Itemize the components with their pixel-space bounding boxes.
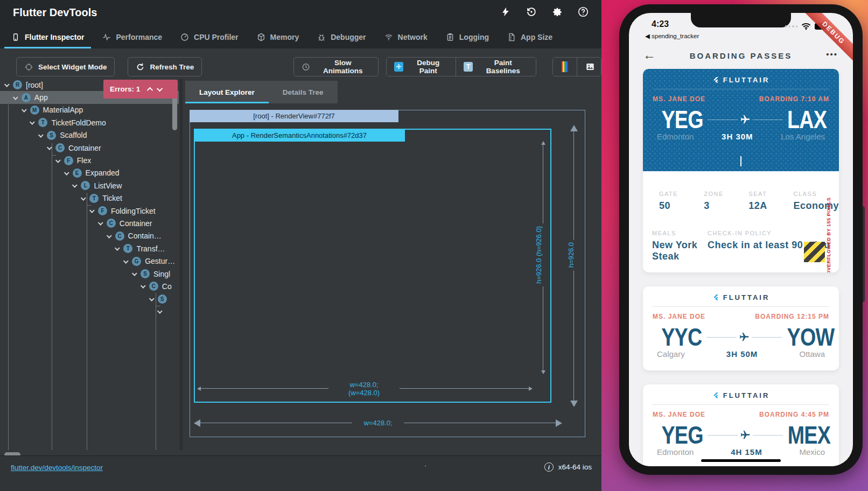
chevron-down-icon[interactable] <box>149 296 154 301</box>
tree-node[interactable]: S <box>0 293 179 305</box>
boarding-pass-card[interactable]: FLUTTAIR MS. JANE DOE BOARDING 7:10 AM Y… <box>643 69 839 272</box>
refresh-tree-button[interactable]: Refresh Tree <box>128 57 202 76</box>
tree-node[interactable]: CContainer <box>0 217 179 229</box>
back-to-app-label[interactable]: ◀ spending_tracker <box>645 32 699 40</box>
tab-debugger[interactable]: Debugger <box>308 26 375 48</box>
app-title: Flutter DevTools <box>13 6 97 19</box>
tab-layout-explorer[interactable]: Layout Explorer <box>185 81 269 103</box>
history-icon[interactable] <box>525 5 538 18</box>
tree-node[interactable]: SScaffold <box>0 129 179 142</box>
debug-paint-button[interactable]: ✛ Debug Paint <box>387 58 456 76</box>
widget-type-badge: T <box>38 118 47 127</box>
tree-node-label: Expanded <box>86 169 120 177</box>
errors-badge[interactable]: Errors: 1 <box>103 80 178 99</box>
boarding-pass-card[interactable]: FLUTTAIR MS. JANE DOE BOARDING 4:45 PM Y… <box>643 384 839 466</box>
wifi-icon <box>801 23 811 30</box>
tab-details-tree[interactable]: Details Tree <box>269 81 338 103</box>
previous-error-icon[interactable] <box>147 87 153 93</box>
tree-node[interactable]: CContainer <box>0 142 179 154</box>
chevron-down-icon[interactable] <box>13 94 18 100</box>
tree-node-label: [root] <box>26 81 43 89</box>
tree-node[interactable]: TTransf… <box>0 242 179 255</box>
root-render-label[interactable]: [root] - RenderView#772f7 <box>190 110 398 122</box>
widget-type-badge: C <box>55 143 65 152</box>
tree-node[interactable]: TTicketFoldDemo <box>0 116 179 129</box>
tree-node[interactable]: TTicket <box>0 192 179 205</box>
tab-label: CPU Profiler <box>194 33 238 41</box>
app-render-label[interactable]: App - RenderSemanticsAnnotations#72d37 <box>194 129 405 142</box>
slow-animations-button[interactable]: Slow Animations <box>293 57 379 76</box>
collapse-chevron-icon[interactable] <box>740 156 741 166</box>
chevron-down-icon[interactable] <box>123 258 129 263</box>
home-indicator[interactable] <box>701 459 781 462</box>
repaint-rainbow-icon <box>562 61 568 72</box>
tree-node[interactable]: CContain… <box>0 230 179 242</box>
repaint-rainbow-button[interactable] <box>553 58 577 76</box>
flight-duration: 3H 50M <box>726 349 758 359</box>
chevron-down-icon[interactable] <box>89 208 95 213</box>
tab-cpu-profiler[interactable]: CPU Profiler <box>171 26 247 48</box>
chevron-down-icon[interactable] <box>115 246 120 251</box>
button-label: Slow Animations <box>315 59 370 75</box>
flight-duration: 3H 30M <box>722 132 753 141</box>
plane-icon <box>739 332 750 342</box>
tree-node[interactable]: EExpanded <box>0 167 179 179</box>
arrowhead <box>197 387 201 391</box>
chevron-down-icon[interactable] <box>72 183 78 188</box>
tree-node[interactable]: MMaterialApp <box>0 104 179 116</box>
help-icon[interactable] <box>577 5 590 18</box>
info-icon[interactable]: i <box>544 462 554 472</box>
outer-height-label: h=926.0 <box>567 240 576 270</box>
tree-node-label: Co <box>162 282 172 291</box>
boarding-time: BOARDING 7:10 AM <box>759 95 829 103</box>
chevron-down-icon[interactable] <box>38 132 44 138</box>
tree-node[interactable]: LListView <box>0 179 179 192</box>
tab-app-size[interactable]: App Size <box>498 26 562 48</box>
docs-link[interactable]: flutter.dev/devtools/inspector <box>11 464 103 472</box>
panel-divider[interactable] <box>180 79 183 450</box>
chevron-down-icon[interactable] <box>106 233 111 239</box>
next-error-icon[interactable] <box>157 85 163 91</box>
app-render-box[interactable] <box>194 129 551 403</box>
tab-label: Debugger <box>331 33 366 41</box>
chevron-down-icon[interactable] <box>98 220 103 226</box>
button-label: Select Widget Mode <box>38 63 107 71</box>
invert-oversized-images-button[interactable] <box>577 58 601 76</box>
overflow-menu-button[interactable]: ••• <box>826 50 838 59</box>
chevron-down-icon[interactable] <box>4 82 10 87</box>
chevron-down-icon[interactable] <box>157 308 163 314</box>
select-widget-mode-button[interactable]: Select Widget Mode <box>16 57 115 76</box>
tree-node[interactable] <box>0 305 179 318</box>
hot-reload-icon[interactable] <box>499 5 512 18</box>
chevron-down-icon[interactable] <box>132 271 137 276</box>
tab-flutter-inspector[interactable]: Flutter Inspector <box>2 26 93 48</box>
app-nav-bar: ← BOARDING PASSES ••• <box>629 44 853 69</box>
tab-network[interactable]: Network <box>375 26 437 48</box>
tree-node[interactable]: GGestur… <box>0 255 179 267</box>
gear-icon[interactable] <box>551 5 564 18</box>
devtools-header: Flutter DevTools <box>0 0 601 26</box>
pass-details: GATE50 ZONE3 SEAT12A CLASSEconomy MEALSN… <box>643 171 839 272</box>
tree-vertical-scrollbar[interactable] <box>172 97 177 130</box>
tab-logging[interactable]: Logging <box>437 26 498 48</box>
tree-node[interactable]: SSingl <box>0 268 179 280</box>
chevron-down-icon[interactable] <box>64 170 69 176</box>
paint-baselines-button[interactable]: T Paint Baselines <box>456 58 536 76</box>
chevron-down-icon[interactable] <box>47 145 52 150</box>
boarding-pass-card[interactable]: FLUTTAIR MS. JANE DOE BOARDING 12:15 PM … <box>643 286 839 370</box>
tab-performance[interactable]: Performance <box>93 26 171 48</box>
chevron-down-icon[interactable] <box>21 107 26 113</box>
chevron-down-icon[interactable] <box>30 120 35 125</box>
phone-frame: 4:23 ◀ spending_tracker DEBUG ← BOARDING… <box>619 4 863 475</box>
phone-screen: 4:23 ◀ spending_tracker DEBUG ← BOARDING… <box>629 13 853 466</box>
tree-node[interactable]: CCo <box>0 280 179 292</box>
tab-memory[interactable]: Memory <box>248 26 309 48</box>
boarding-pass-list: FLUTTAIR MS. JANE DOE BOARDING 7:10 AM Y… <box>643 69 839 466</box>
tree-node[interactable]: FFlex <box>0 154 179 166</box>
chevron-down-icon[interactable] <box>141 283 146 289</box>
tree-node-label: App <box>34 93 48 102</box>
tree-node[interactable]: FFoldingTicket <box>0 205 179 217</box>
tree-node-label: Singl <box>153 270 170 278</box>
chevron-down-icon[interactable] <box>81 195 86 201</box>
chevron-down-icon[interactable] <box>55 157 61 163</box>
